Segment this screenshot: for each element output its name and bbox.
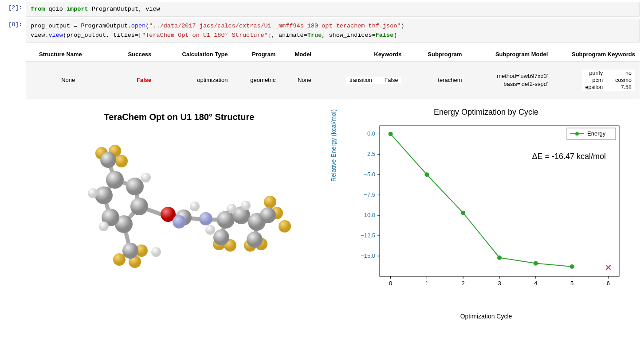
cell-calc-type: optimization — [156, 61, 232, 99]
col-header: Success — [110, 47, 156, 62]
notebook-cell: [2]: from qcio import ProgramOutput, vie… — [0, 2, 644, 17]
svg-point-46 — [173, 215, 186, 229]
code-input[interactable]: from qcio import ProgramOutput, view — [26, 2, 640, 17]
code-token: False — [376, 32, 394, 39]
code-token: prog_output = ProgramOutput. — [31, 23, 131, 29]
model-line: method='uwb97xd3' — [471, 72, 548, 80]
svg-point-55 — [241, 201, 251, 210]
notebook-cell: [8]: prog_output = ProgramOutput.open(".… — [0, 19, 644, 320]
code-token: view — [49, 32, 63, 39]
svg-text:1: 1 — [425, 280, 428, 287]
code-token: ) — [393, 32, 397, 39]
kw-key: transition — [346, 77, 376, 84]
col-header: Keywords — [316, 47, 406, 62]
svg-point-48 — [141, 173, 151, 182]
svg-point-43 — [213, 229, 229, 245]
svg-point-51 — [151, 247, 161, 257]
svg-text:Energy: Energy — [587, 130, 606, 137]
svg-text:ΔE = -16.47 kcal/mol: ΔE = -16.47 kcal/mol — [532, 152, 606, 161]
code-token: "TeraChem Opt on U1 180° Structure" — [142, 32, 268, 39]
svg-text:−7.5: −7.5 — [364, 191, 375, 198]
code-token: from — [31, 6, 45, 12]
svg-point-52 — [190, 202, 200, 211]
svg-point-39 — [217, 211, 235, 229]
cell-body: from qcio import ProgramOutput, view — [26, 2, 644, 17]
code-token: ProgramOutput, view — [88, 6, 160, 12]
svg-point-53 — [205, 225, 215, 235]
svg-point-44 — [247, 232, 263, 248]
svg-text:3: 3 — [498, 280, 501, 287]
cell-model: None — [280, 61, 316, 99]
summary-table: Structure Name Success Calculation Type … — [26, 47, 640, 99]
svg-text:−5.0: −5.0 — [364, 171, 375, 178]
col-header: Subprogram — [406, 47, 466, 62]
svg-point-89 — [534, 261, 538, 265]
table-row: None False optimization geometric None t… — [26, 61, 640, 99]
cell-structure-name: None — [26, 61, 110, 99]
energy-plot[interactable]: Relative Energy (kcal/mol) 0.0−2.5−5.0−7… — [337, 117, 635, 312]
code-token: True — [307, 32, 322, 39]
kw-key: epsilon — [582, 84, 607, 91]
svg-point-20 — [113, 253, 126, 266]
svg-point-47 — [199, 212, 212, 225]
cell-body: prog_output = ProgramOutput.open("../dat… — [26, 19, 644, 320]
svg-point-88 — [497, 255, 502, 260]
svg-point-93 — [575, 132, 579, 136]
svg-point-87 — [461, 210, 465, 215]
cell-keywords: transitionFalse — [316, 61, 406, 99]
svg-point-54 — [227, 204, 236, 213]
kw-val: 7.58 — [606, 84, 635, 91]
svg-text:2: 2 — [462, 280, 465, 287]
svg-point-29 — [279, 220, 291, 233]
kw-val: no — [606, 70, 635, 77]
svg-point-34 — [95, 186, 113, 204]
cell-program: geometric — [232, 61, 280, 99]
col-header: Program — [232, 47, 280, 62]
svg-point-32 — [126, 178, 144, 195]
svg-text:5: 5 — [570, 280, 573, 287]
code-token: ) — [401, 23, 404, 29]
svg-point-86 — [424, 172, 429, 177]
y-axis-label: Relative Energy (kcal/mol) — [330, 109, 337, 182]
plot-title: Energy Optimization by Cycle — [337, 103, 635, 117]
svg-point-27 — [264, 196, 276, 208]
svg-point-36 — [122, 243, 138, 259]
cell-subprogram-model: method='uwb97xd3' basis='def2-svpd' — [467, 61, 553, 99]
x-axis-label: Optimization Cycle — [337, 313, 635, 320]
molecule-title: TeraChem Opt on U1 180° Structure — [30, 103, 328, 127]
svg-text:−2.5: −2.5 — [364, 151, 375, 157]
svg-text:0: 0 — [389, 280, 392, 287]
cell-prompt: [2]: — [0, 2, 26, 17]
code-token: , show_indices= — [322, 32, 376, 39]
keyword-table: transitionFalse — [346, 77, 401, 84]
success-value: False — [137, 77, 151, 83]
molecule-viewer[interactable] — [30, 127, 328, 304]
code-token: ], animate= — [268, 32, 307, 39]
svg-point-37 — [100, 152, 116, 168]
code-token: view. — [31, 32, 49, 39]
code-input[interactable]: prog_output = ProgramOutput.open("../dat… — [26, 19, 640, 43]
cell-prompt: [8]: — [0, 19, 26, 320]
col-header: Subprogram Model — [467, 47, 553, 62]
svg-text:−15.0: −15.0 — [361, 252, 375, 259]
keyword-table: purifyno pcmcosmo epsilon7.58 — [582, 70, 635, 91]
svg-point-42 — [260, 207, 276, 223]
kw-val: False — [376, 77, 402, 84]
energy-plot-panel: Energy Optimization by Cycle Relative En… — [337, 103, 635, 320]
cell-success: False — [110, 61, 156, 99]
model-line: basis='def2-svpd' — [471, 80, 548, 88]
col-header: Calculation Type — [156, 47, 232, 62]
code-token: "../data/2017-jacs/calcs/extras/U1-_mmff… — [149, 23, 401, 29]
svg-point-19 — [115, 155, 128, 167]
svg-point-31 — [130, 198, 148, 215]
svg-point-49 — [88, 188, 98, 198]
svg-text:−12.5: −12.5 — [361, 232, 375, 239]
cell-subprogram-keywords: purifyno pcmcosmo epsilon7.58 — [552, 61, 640, 99]
visualization-row: TeraChem Opt on U1 180° Structure — [26, 103, 640, 320]
svg-text:−10.0: −10.0 — [361, 212, 375, 218]
kw-key: pcm — [582, 77, 607, 84]
svg-text:6: 6 — [607, 280, 610, 287]
svg-point-50 — [99, 221, 109, 231]
svg-point-85 — [389, 132, 393, 136]
col-header: Subprogram Keywords — [552, 47, 640, 62]
